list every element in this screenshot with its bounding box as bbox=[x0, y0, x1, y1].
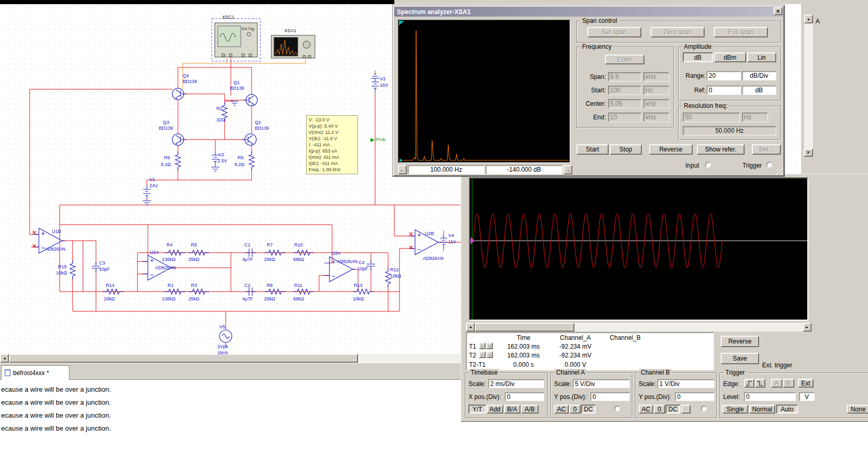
component-label: C1 bbox=[244, 242, 251, 247]
sheet-tab[interactable]: befrost4xxx * bbox=[1, 365, 70, 380]
canvas-scroll-up-button[interactable]: ▲ bbox=[804, 15, 813, 23]
center-unit: kHz bbox=[643, 99, 669, 108]
component-label: 10kΩ bbox=[104, 296, 115, 301]
timebase-title: Timebase bbox=[469, 369, 499, 376]
component-label: R12 bbox=[390, 267, 399, 272]
t2-channel-a-value: -92.234 mV bbox=[550, 352, 600, 359]
timebase-xpos-input[interactable]: 0 bbox=[505, 392, 544, 401]
end-value-input[interactable]: 10 bbox=[608, 113, 641, 122]
reverse-display-button[interactable]: Reverse bbox=[649, 144, 693, 155]
timebase-scale-input[interactable]: 2 ms/Div bbox=[488, 379, 544, 388]
channel-b-zero-button[interactable]: 0 bbox=[654, 405, 665, 413]
close-button[interactable]: ✕ bbox=[774, 7, 782, 15]
channel-b-scale-input[interactable]: 1 V/Div bbox=[657, 379, 714, 388]
trigger-single-button[interactable]: Single bbox=[722, 405, 748, 413]
zero-span-button[interactable]: Zero span bbox=[651, 27, 705, 37]
trigger-auto-button[interactable]: Auto bbox=[776, 405, 798, 413]
channel-b-ypos-label: Y pos.(Div): bbox=[639, 393, 671, 401]
component-label: R15 bbox=[58, 264, 67, 269]
resolution-value-input[interactable]: 50 bbox=[683, 113, 740, 122]
center-value-input[interactable]: 5.05 bbox=[608, 99, 641, 108]
full-span-button[interactable]: Full span bbox=[714, 27, 768, 37]
oscilloscope-display[interactable] bbox=[469, 177, 808, 321]
component-label: 68kΩ bbox=[293, 296, 304, 301]
mode-add-button[interactable]: Add bbox=[487, 405, 503, 413]
trigger-none-button[interactable]: None bbox=[847, 405, 868, 413]
t2-left-spinner[interactable]: ← bbox=[479, 351, 486, 358]
scope-scrollbar-thumb[interactable] bbox=[475, 323, 574, 332]
t2-right-spinner[interactable]: → bbox=[486, 351, 493, 358]
canvas-vscrollbar-track[interactable] bbox=[804, 23, 813, 148]
t1-channel-a-value: -92.234 mV bbox=[550, 343, 600, 350]
timebase-scale-label: Scale: bbox=[469, 380, 486, 388]
scope-scroll-right-button[interactable]: ► bbox=[803, 323, 811, 332]
falling-edge-button[interactable] bbox=[755, 379, 765, 388]
trigger-level-input[interactable]: 0 bbox=[744, 392, 796, 401]
set-span-button[interactable]: Set span bbox=[587, 27, 641, 37]
probe-note-line: I(rms): 411 mA bbox=[309, 154, 355, 160]
save-button[interactable]: Save bbox=[721, 353, 759, 364]
channel-a-input-connector bbox=[614, 406, 620, 411]
resize-grip[interactable] bbox=[776, 168, 782, 174]
trigger-level-unit[interactable]: V bbox=[799, 392, 815, 401]
rising-edge-button[interactable] bbox=[744, 379, 754, 388]
mode-ba-button[interactable]: B/A bbox=[504, 405, 520, 413]
toolbar-letter: A bbox=[816, 18, 820, 25]
spectrum-analyzer-icon[interactable] bbox=[271, 35, 315, 58]
probe-marker-icon[interactable] bbox=[370, 138, 375, 142]
trigger-connector bbox=[766, 162, 772, 168]
channel-a-ac-button[interactable]: AC bbox=[554, 405, 569, 413]
component-label: V5 bbox=[219, 324, 225, 329]
spectrum-analyzer-titlebar[interactable]: Spectrum analyzer-XSA1 bbox=[394, 7, 783, 17]
trigger-b-button[interactable]: B bbox=[783, 379, 794, 388]
component-label: 10kΩ bbox=[353, 296, 364, 301]
channel-b-dc-button[interactable]: DC bbox=[666, 405, 680, 413]
channel-b-ac-button[interactable]: AC bbox=[639, 405, 653, 413]
start-button[interactable]: Start bbox=[576, 144, 609, 155]
component-label: 16V bbox=[380, 82, 388, 88]
trigger-a-button[interactable]: A bbox=[771, 379, 782, 388]
channel-a-scale-input[interactable]: 5 V/Div bbox=[573, 379, 630, 388]
component-label: R4 bbox=[167, 242, 173, 247]
channel-a-zero-button[interactable]: 0 bbox=[569, 405, 581, 413]
channel-a-dc-button[interactable]: DC bbox=[581, 405, 596, 413]
db-button[interactable]: dB bbox=[683, 52, 713, 62]
span-value-input[interactable]: 9.9 bbox=[608, 72, 641, 81]
scope-scroll-left-button[interactable]: ◄ bbox=[466, 323, 475, 332]
trigger-level-label: Level: bbox=[723, 393, 740, 401]
component-label: 25kΩ bbox=[264, 296, 275, 301]
component-label: Q1 bbox=[233, 80, 240, 85]
span-control-title: Span control bbox=[581, 17, 618, 24]
t1-right-spinner[interactable]: → bbox=[486, 342, 493, 349]
component-label: 25kΩ bbox=[188, 257, 199, 262]
reverse-button[interactable]: Reverse bbox=[721, 336, 759, 347]
waveform-display-graphics bbox=[470, 178, 807, 320]
start-value-input[interactable]: 100 bbox=[608, 86, 641, 95]
trigger-ext-button[interactable]: Ext bbox=[798, 379, 814, 388]
readout-left-arrow-button[interactable]: ← bbox=[398, 165, 407, 174]
range-value-input[interactable]: 20 bbox=[707, 71, 741, 80]
component-label: 10kΩ bbox=[390, 273, 401, 279]
stop-button[interactable]: Stop bbox=[610, 144, 642, 155]
t1-left-spinner[interactable]: ← bbox=[479, 342, 486, 349]
mode-ab-button[interactable]: A/B bbox=[521, 405, 539, 413]
channel-b-invert-button[interactable]: - bbox=[681, 405, 691, 413]
trigger-normal-button[interactable]: Normal bbox=[749, 405, 775, 413]
component-label: Q3 bbox=[163, 120, 169, 125]
show-refer-button[interactable]: Show refer. bbox=[697, 144, 745, 155]
component-label: 4μ7F bbox=[242, 296, 253, 301]
channel-a-ypos-input[interactable]: 0 bbox=[590, 392, 630, 401]
frequency-group: Frequency Enter Span: 9.9 kHz Start: 100… bbox=[576, 47, 674, 128]
probe-note-line: I: -411 mA bbox=[309, 142, 355, 148]
readout-right-arrow-button[interactable]: → bbox=[563, 165, 572, 174]
set-button[interactable]: Set... bbox=[752, 144, 781, 155]
ref-value-input[interactable]: 0 bbox=[707, 86, 741, 95]
channel-b-ypos-input[interactable]: 0 bbox=[675, 392, 714, 401]
mode-yt-button[interactable]: Y/T bbox=[469, 405, 486, 413]
dbm-button[interactable]: dBm bbox=[714, 52, 746, 62]
component-label: 11V bbox=[448, 239, 456, 244]
toolbar-close-button[interactable]: ✕ bbox=[804, 148, 813, 157]
enter-button[interactable]: Enter bbox=[605, 54, 644, 64]
component-label: 25kΩ bbox=[264, 257, 275, 262]
lin-button[interactable]: Lin bbox=[747, 52, 776, 62]
